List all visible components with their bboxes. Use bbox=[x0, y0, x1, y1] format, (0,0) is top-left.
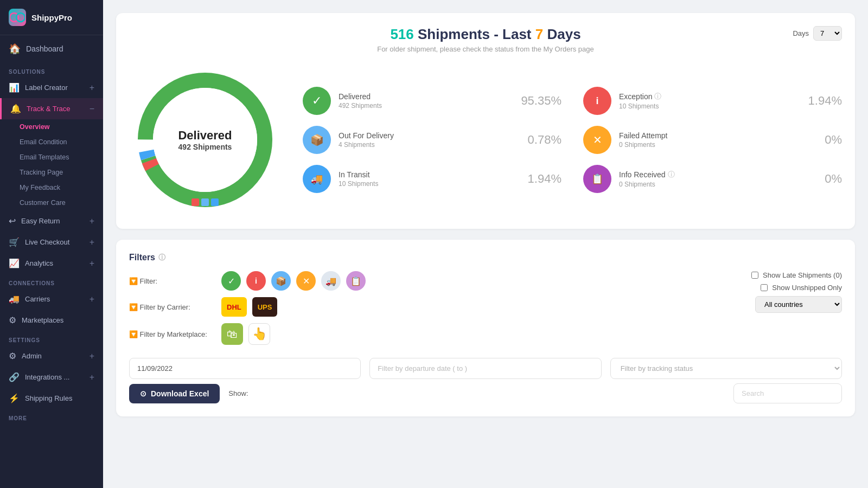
sidebar-item-admin[interactable]: ⚙ Admin + bbox=[0, 345, 103, 367]
stat-pct-in-transit: 1.94% bbox=[528, 172, 561, 186]
sidebar-item-shipping-rules[interactable]: ⚡ Shipping Rules bbox=[0, 388, 103, 409]
stat-info-out-for-delivery: Out For Delivery 4 Shipments bbox=[339, 131, 520, 149]
stat-info-exception: Exception ⓘ 10 Shipments bbox=[619, 92, 801, 110]
filter-right-panel: Show Late Shipments (0) Show Unshipped O… bbox=[751, 271, 842, 313]
shipments-count: 516 bbox=[390, 26, 413, 42]
sidebar-analytics-text: Analytics bbox=[25, 259, 53, 267]
carrier-ups[interactable]: UPS bbox=[252, 297, 278, 317]
show-unshipped-label: Show Unshipped Only bbox=[772, 284, 842, 292]
sidebar-item-track-trace[interactable]: 🔔 Track & Trace − bbox=[0, 98, 103, 119]
filter-btn-info-received[interactable]: 📋 bbox=[346, 271, 366, 291]
filter-marketplace-row: 🔽 Filter by Marketplace: 🛍 👆 bbox=[129, 323, 751, 345]
sidebar-item-easy-return[interactable]: ↩ Easy Return + bbox=[0, 210, 103, 232]
live-checkout-plus[interactable]: + bbox=[90, 237, 94, 247]
svg-rect-8 bbox=[211, 198, 219, 206]
filter-btn-delivered[interactable]: ✓ bbox=[221, 271, 241, 291]
stat-label-exception: Exception ⓘ bbox=[619, 92, 801, 101]
carriers-plus[interactable]: + bbox=[90, 294, 94, 304]
dashboard-icon: 🏠 bbox=[9, 43, 21, 55]
logo[interactable]: ShippyPro bbox=[0, 0, 103, 35]
shipments-subtitle: For older shipment, please check the sta… bbox=[129, 45, 842, 53]
exception-info-icon[interactable]: ⓘ bbox=[654, 92, 661, 101]
sidebar-sub-my-feedback[interactable]: My Feedback bbox=[0, 180, 103, 195]
svg-point-1 bbox=[16, 13, 25, 22]
stat-row-out-for-delivery: 📦 Out For Delivery 4 Shipments 0.78% bbox=[303, 126, 561, 154]
analytics-plus[interactable]: + bbox=[90, 259, 94, 268]
days-select[interactable]: 7 14 30 60 90 bbox=[813, 26, 842, 41]
sidebar-item-analytics[interactable]: 📈 Analytics + bbox=[0, 253, 103, 274]
stat-icon-info-received: 📋 bbox=[583, 165, 611, 193]
sidebar-item-integrations[interactable]: 🔗 Integrations ... + bbox=[0, 367, 103, 388]
filters-info-icon[interactable]: ⓘ bbox=[158, 253, 165, 262]
download-icon: ⊙ bbox=[140, 389, 146, 398]
bottom-row: ⊙ Download Excel Show: bbox=[129, 383, 842, 403]
search-input[interactable] bbox=[733, 383, 842, 403]
info-received-info-icon[interactable]: ⓘ bbox=[668, 170, 675, 179]
logo-text: ShippyPro bbox=[31, 13, 72, 22]
tracking-status-select[interactable]: Filter by tracking status Delivered In T… bbox=[610, 358, 842, 379]
stats-area: ✓ Delivered 492 Shipments 95.35% i Excep… bbox=[303, 87, 842, 193]
integrations-plus[interactable]: + bbox=[90, 373, 94, 382]
show-unshipped-checkbox[interactable] bbox=[761, 284, 768, 291]
country-select[interactable]: All countries Italy Germany France Spain… bbox=[755, 296, 842, 313]
download-excel-button[interactable]: ⊙ Download Excel bbox=[129, 384, 220, 403]
sidebar-item-marketplaces[interactable]: ⚙ Marketplaces bbox=[0, 310, 103, 331]
sidebar-sub-customer-care[interactable]: Customer Care bbox=[0, 195, 103, 210]
donut-chart: Delivered 492 Shipments bbox=[129, 64, 281, 216]
sidebar-item-live-checkout[interactable]: 🛒 Live Checkout + bbox=[0, 232, 103, 253]
sidebar-sub-overview[interactable]: Overview bbox=[0, 119, 103, 134]
stat-info-info-received: Info Received ⓘ 0 Shipments bbox=[619, 170, 817, 188]
stat-info-delivered: Delivered 492 Shipments bbox=[339, 92, 513, 110]
admin-plus[interactable]: + bbox=[90, 351, 94, 361]
sidebar-sub-email-templates[interactable]: Email Templates bbox=[0, 150, 103, 165]
dashboard-item[interactable]: 🏠 Dashboard bbox=[0, 35, 103, 62]
filter-marketplace-label: 🔽 Filter by Marketplace: bbox=[129, 330, 216, 338]
easy-return-plus[interactable]: + bbox=[90, 216, 94, 226]
easy-return-icon: ↩ bbox=[9, 216, 16, 226]
carrier-dhl[interactable]: DHL bbox=[221, 297, 247, 317]
sidebar-carriers-text: Carriers bbox=[25, 295, 50, 303]
filters-card: Filters ⓘ 🔽 Filter: ✓ i 📦 ✕ 🚚 📋 bbox=[116, 240, 855, 416]
sidebar-item-label-creator[interactable]: 📊 Label Creator + bbox=[0, 77, 103, 98]
live-checkout-icon: 🛒 bbox=[9, 237, 20, 247]
donut-center: Delivered 492 Shipments bbox=[178, 129, 232, 151]
stat-info-in-transit: In Transit 10 Shipments bbox=[339, 170, 520, 188]
show-late-checkbox[interactable] bbox=[751, 272, 758, 279]
stat-info-failed-attempt: Failed Attempt 0 Shipments bbox=[619, 131, 817, 149]
show-late-label: Show Late Shipments (0) bbox=[763, 271, 842, 279]
show-late-checkbox-row[interactable]: Show Late Shipments (0) bbox=[751, 271, 842, 279]
sidebar-sub-tracking-page[interactable]: Tracking Page bbox=[0, 165, 103, 180]
filter-carrier-label: 🔽 Filter by Carrier: bbox=[129, 303, 216, 311]
stat-icon-out-for-delivery: 📦 bbox=[303, 126, 331, 154]
sidebar-marketplaces-text: Marketplaces bbox=[22, 316, 63, 324]
shipments-title-middle: Shipments - Last bbox=[418, 26, 535, 42]
marketplace-cursor[interactable]: 👆 bbox=[248, 323, 270, 345]
filters-title: Filters ⓘ bbox=[129, 253, 842, 262]
date-from-input[interactable] bbox=[129, 358, 361, 379]
sidebar-sub-email-condition[interactable]: Email Condition bbox=[0, 134, 103, 150]
stat-row-in-transit: 🚚 In Transit 10 Shipments 1.94% bbox=[303, 165, 561, 193]
track-trace-minus[interactable]: − bbox=[90, 104, 94, 114]
sidebar: ShippyPro 🏠 Dashboard SOLUTIONS 📊 Label … bbox=[0, 0, 103, 488]
svg-rect-6 bbox=[192, 198, 199, 206]
stat-label-info-received: Info Received ⓘ bbox=[619, 170, 817, 179]
chart-area: Delivered 492 Shipments ✓ Delivered 492 … bbox=[129, 64, 842, 216]
sidebar-easy-return-text: Easy Return bbox=[21, 217, 60, 225]
marketplace-shopify[interactable]: 🛍 bbox=[221, 323, 243, 345]
show-unshipped-checkbox-row[interactable]: Show Unshipped Only bbox=[761, 284, 842, 292]
sidebar-item-carriers[interactable]: 🚚 Carriers + bbox=[0, 288, 103, 310]
stat-icon-failed-attempt: ✕ bbox=[583, 126, 611, 154]
label-creator-plus[interactable]: + bbox=[90, 83, 94, 93]
stat-label-failed-attempt: Failed Attempt bbox=[619, 131, 817, 140]
filter-btn-exception[interactable]: i bbox=[246, 271, 266, 291]
admin-icon: ⚙ bbox=[9, 351, 16, 361]
filter-btn-failed-attempt[interactable]: ✕ bbox=[296, 271, 316, 291]
stat-count-in-transit: 10 Shipments bbox=[339, 180, 520, 188]
filter-btn-in-transit[interactable]: 🚚 bbox=[321, 271, 341, 291]
sidebar-admin-text: Admin bbox=[22, 352, 42, 360]
filter-btn-out-for-delivery[interactable]: 📦 bbox=[271, 271, 291, 291]
sidebar-track-trace-text: Track & Trace bbox=[27, 105, 70, 113]
stat-pct-delivered: 95.35% bbox=[521, 94, 561, 108]
date-to-input[interactable] bbox=[369, 358, 601, 379]
filter-status-row: 🔽 Filter: ✓ i 📦 ✕ 🚚 📋 bbox=[129, 271, 751, 291]
